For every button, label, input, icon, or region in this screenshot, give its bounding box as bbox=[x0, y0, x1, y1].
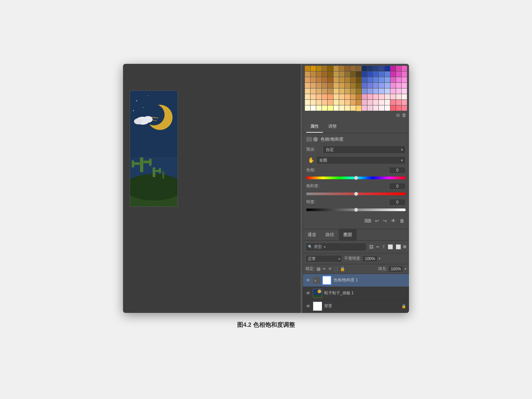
color-swatch[interactable] bbox=[322, 100, 327, 105]
color-swatch[interactable] bbox=[322, 94, 327, 99]
color-swatch[interactable] bbox=[367, 77, 373, 82]
color-swatch[interactable] bbox=[345, 83, 350, 88]
color-swatch[interactable] bbox=[373, 100, 378, 105]
eye-icon-huesat[interactable]: 👁 bbox=[306, 278, 311, 283]
color-swatch[interactable] bbox=[402, 77, 407, 82]
blend-mode-select[interactable]: 正常 bbox=[306, 255, 342, 262]
color-swatch[interactable] bbox=[367, 100, 373, 105]
color-swatch[interactable] bbox=[339, 77, 344, 82]
color-swatch[interactable] bbox=[396, 77, 401, 82]
color-swatch[interactable] bbox=[356, 100, 361, 105]
color-swatch[interactable] bbox=[316, 71, 322, 77]
filter-image-icon[interactable]: 🖼 bbox=[368, 244, 374, 250]
dropdown-icon[interactable]: ▾ bbox=[324, 245, 326, 249]
hue-track[interactable] bbox=[306, 177, 406, 179]
color-swatch[interactable] bbox=[362, 94, 367, 99]
color-swatch[interactable] bbox=[322, 77, 327, 82]
color-swatch[interactable] bbox=[385, 71, 390, 77]
color-swatch[interactable] bbox=[350, 94, 356, 99]
color-swatch[interactable] bbox=[390, 94, 396, 99]
lightness-value-input[interactable] bbox=[389, 199, 406, 205]
color-swatch[interactable] bbox=[379, 94, 384, 99]
color-swatch[interactable] bbox=[339, 71, 344, 77]
color-swatch[interactable] bbox=[339, 100, 344, 105]
color-swatch[interactable] bbox=[373, 71, 378, 77]
hue-thumb[interactable] bbox=[354, 176, 358, 180]
color-swatch[interactable] bbox=[322, 83, 327, 88]
color-swatch[interactable] bbox=[350, 105, 356, 111]
color-swatch[interactable] bbox=[385, 77, 390, 82]
color-swatch[interactable] bbox=[396, 100, 401, 105]
color-swatch[interactable] bbox=[345, 77, 350, 82]
eye-icon-background[interactable]: 👁 bbox=[306, 304, 311, 309]
color-swatch[interactable] bbox=[311, 100, 316, 105]
color-swatch[interactable] bbox=[402, 71, 407, 77]
swatch-trash-icon[interactable]: 🗑 bbox=[402, 112, 406, 118]
color-swatch[interactable] bbox=[350, 66, 356, 71]
color-swatch[interactable] bbox=[385, 88, 390, 94]
color-swatch[interactable] bbox=[362, 71, 367, 77]
color-swatch[interactable] bbox=[316, 77, 322, 82]
lock-all-icon[interactable]: 🔒 bbox=[340, 266, 345, 271]
color-swatch[interactable] bbox=[390, 100, 396, 105]
color-swatch[interactable] bbox=[350, 77, 356, 82]
tab-properties[interactable]: 属性 bbox=[306, 121, 323, 133]
color-swatch[interactable] bbox=[345, 88, 350, 94]
channel-select[interactable]: 全图 bbox=[316, 156, 406, 164]
color-swatch[interactable] bbox=[305, 105, 310, 111]
color-swatch[interactable] bbox=[350, 71, 356, 77]
fill-dropdown[interactable]: ▾ bbox=[405, 267, 406, 271]
color-swatch[interactable] bbox=[390, 88, 396, 94]
color-swatch[interactable] bbox=[356, 71, 361, 77]
color-swatch[interactable] bbox=[385, 100, 390, 105]
hand-icon[interactable]: ✋ bbox=[306, 157, 316, 163]
color-swatch[interactable] bbox=[345, 71, 350, 77]
color-swatch[interactable] bbox=[316, 83, 322, 88]
color-swatch[interactable] bbox=[328, 100, 333, 105]
tab-adjustments[interactable]: 调整 bbox=[324, 121, 341, 133]
color-swatch[interactable] bbox=[305, 94, 310, 99]
color-swatch[interactable] bbox=[362, 88, 367, 94]
color-swatch[interactable] bbox=[390, 105, 396, 111]
filter-text-icon[interactable]: T bbox=[382, 244, 386, 250]
color-swatch[interactable] bbox=[339, 88, 344, 94]
color-swatch[interactable] bbox=[322, 88, 327, 94]
filter-smart-icon[interactable]: ⬜ bbox=[395, 244, 402, 250]
color-swatch[interactable] bbox=[311, 66, 316, 71]
color-swatch[interactable] bbox=[305, 83, 310, 88]
color-swatch[interactable] bbox=[322, 105, 327, 111]
lock-move-icon[interactable]: ✛ bbox=[328, 266, 332, 271]
color-swatch[interactable] bbox=[356, 88, 361, 94]
color-swatch[interactable] bbox=[396, 94, 401, 99]
color-swatch[interactable] bbox=[305, 66, 310, 71]
color-swatch[interactable] bbox=[333, 66, 339, 71]
color-swatch[interactable] bbox=[402, 94, 407, 99]
color-swatch[interactable] bbox=[373, 83, 378, 88]
color-swatch[interactable] bbox=[396, 71, 401, 77]
color-swatch[interactable] bbox=[385, 105, 390, 111]
color-swatch[interactable] bbox=[322, 71, 327, 77]
color-swatch[interactable] bbox=[379, 77, 384, 82]
color-swatch[interactable] bbox=[305, 88, 310, 94]
color-swatch[interactable] bbox=[362, 77, 367, 82]
lightness-track[interactable] bbox=[306, 208, 406, 211]
color-swatch[interactable] bbox=[328, 66, 333, 71]
color-swatch[interactable] bbox=[350, 88, 356, 94]
color-swatch[interactable] bbox=[396, 105, 401, 111]
color-swatch[interactable] bbox=[402, 100, 407, 105]
color-swatch[interactable] bbox=[396, 66, 401, 71]
color-swatch[interactable] bbox=[367, 66, 373, 71]
color-swatch[interactable] bbox=[311, 105, 316, 111]
color-swatch[interactable] bbox=[396, 88, 401, 94]
color-swatch[interactable] bbox=[356, 77, 361, 82]
color-swatch[interactable] bbox=[390, 71, 396, 77]
color-swatch[interactable] bbox=[373, 94, 378, 99]
lightness-thumb[interactable] bbox=[354, 208, 358, 212]
color-swatch[interactable] bbox=[311, 88, 316, 94]
clip-mask-icon[interactable]: ⌨ bbox=[364, 217, 372, 224]
color-swatch[interactable] bbox=[333, 83, 339, 88]
delete-icon[interactable]: 🗑 bbox=[399, 217, 405, 224]
color-swatch[interactable] bbox=[390, 77, 396, 82]
filter-toggle[interactable] bbox=[403, 245, 406, 248]
filter-edit-icon[interactable]: ✏ bbox=[375, 244, 380, 250]
